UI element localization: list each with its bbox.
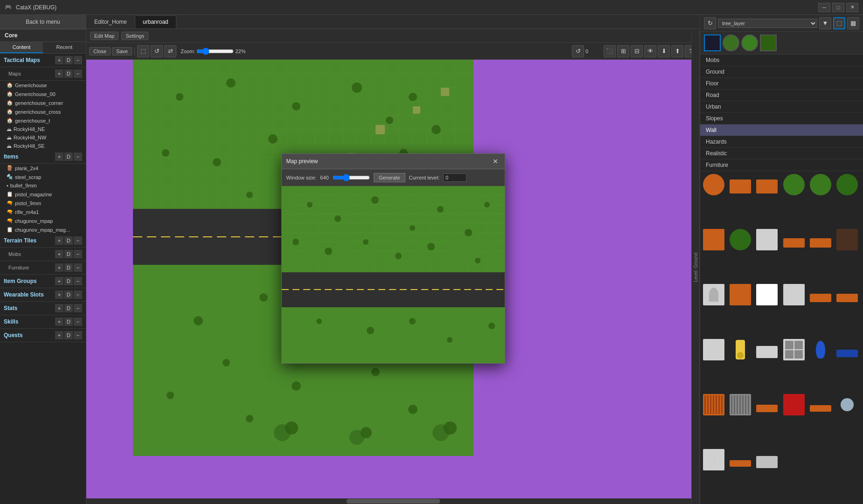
list-item[interactable]: ⛰ RockyHill_NE <box>0 125 86 133</box>
undo-btn[interactable]: ↺ <box>572 45 584 57</box>
horizontal-scrollbar[interactable] <box>347 499 440 504</box>
mobs-d-btn[interactable]: D <box>64 250 73 258</box>
settings-button[interactable]: Settings <box>121 32 148 40</box>
tile-cell[interactable] <box>809 173 832 196</box>
grid-btn[interactable]: ⊞ <box>617 45 629 57</box>
furniture-add-btn[interactable]: + <box>55 263 63 272</box>
edit-map-button[interactable]: Edit Map <box>90 32 118 40</box>
tile-cell[interactable] <box>755 228 779 251</box>
resize-btn[interactable]: ⬛ <box>604 45 616 57</box>
tile-cell[interactable] <box>702 393 725 416</box>
skills-add-btn[interactable]: + <box>55 318 63 326</box>
cat-road[interactable]: Road <box>700 90 863 101</box>
list-item[interactable]: 🏠 Generichouse_00 <box>0 90 86 98</box>
list-item[interactable]: • bullet_9mm <box>0 181 86 190</box>
skills-minus-btn[interactable]: − <box>74 318 82 326</box>
tile-cell[interactable] <box>729 173 752 196</box>
window-size-slider[interactable] <box>333 174 370 181</box>
list-item[interactable]: 🏠 generichouse_cross <box>0 107 86 116</box>
list-item[interactable]: ⛰ RockyHill_NW <box>0 133 86 142</box>
maps-add-btn[interactable]: + <box>55 69 63 78</box>
wearable-minus-btn[interactable]: − <box>74 290 82 299</box>
items-minus-btn[interactable]: − <box>74 152 82 161</box>
terrain-minus-btn[interactable]: − <box>74 236 82 245</box>
cat-wall[interactable]: Wall <box>700 124 863 136</box>
tile-cell[interactable] <box>782 283 806 306</box>
tile-cell[interactable] <box>702 173 725 196</box>
tile-cell[interactable] <box>755 173 779 196</box>
tile-green2[interactable] <box>741 35 758 51</box>
list-item[interactable]: 🔫 pistol_9mm <box>0 199 86 207</box>
tile-cell[interactable] <box>729 338 752 361</box>
list-item[interactable]: 📋 chugunov_mpap_mag... <box>0 225 86 234</box>
tab-recent[interactable]: Recent <box>43 42 86 53</box>
tile-green3[interactable] <box>760 35 777 51</box>
cat-hazards[interactable]: Hazards <box>700 136 863 148</box>
tile-paint-btn[interactable]: ▩ <box>847 17 859 29</box>
tile-cell[interactable] <box>729 393 752 416</box>
cat-floor[interactable]: Floor <box>700 78 863 90</box>
zoom-slider[interactable] <box>196 48 234 55</box>
maximize-button[interactable]: □ <box>832 3 844 12</box>
back-to-menu-button[interactable]: Back to menu <box>0 15 86 29</box>
grid2-btn[interactable]: ⊟ <box>631 45 643 57</box>
tile-cell[interactable] <box>809 283 832 306</box>
cat-ground[interactable]: Ground <box>700 66 863 78</box>
items-d-btn[interactable]: D <box>64 152 73 161</box>
tab-content[interactable]: Content <box>0 42 43 53</box>
tile-cell[interactable] <box>782 228 806 251</box>
terrain-add-btn[interactable]: + <box>55 236 63 245</box>
tile-cell[interactable] <box>782 338 806 361</box>
cat-slopes[interactable]: Slopes <box>700 113 863 124</box>
close-button[interactable]: ✕ <box>846 3 858 12</box>
list-item[interactable]: 🏠 Generichouse <box>0 81 86 90</box>
tile-cell[interactable] <box>835 393 859 416</box>
cat-urban[interactable]: Urban <box>700 101 863 113</box>
list-item[interactable]: 📋 pistol_magazine <box>0 190 86 199</box>
tile-cell[interactable] <box>809 393 832 416</box>
cat-realistic[interactable]: Realistic <box>700 148 863 159</box>
tile-cell[interactable]: ⬆ <box>702 448 725 471</box>
tile-green1[interactable] <box>723 35 739 51</box>
tile-cell[interactable] <box>702 338 725 361</box>
item-groups-add-btn[interactable]: + <box>55 277 63 285</box>
tile-cell[interactable] <box>729 228 752 251</box>
stats-add-btn[interactable]: + <box>55 304 63 312</box>
mobs-minus-btn[interactable]: − <box>74 250 82 258</box>
tile-cell[interactable] <box>702 228 725 251</box>
cat-mobs[interactable]: Mobs <box>700 55 863 66</box>
wearable-add-btn[interactable]: + <box>55 290 63 299</box>
close-button[interactable]: Close <box>89 47 111 55</box>
layer-select[interactable]: tree_layer <box>718 19 817 28</box>
minimize-button[interactable]: ─ <box>818 3 830 12</box>
layer-dropdown-btn[interactable]: ▼ <box>819 17 831 29</box>
tile-select-btn[interactable]: ⬚ <box>833 17 845 29</box>
furniture-d-btn[interactable]: D <box>64 263 73 272</box>
quests-minus-btn[interactable]: − <box>74 331 82 339</box>
list-item[interactable]: 🪵 plank_2x4 <box>0 164 86 173</box>
tile-cell[interactable] <box>729 448 752 471</box>
items-add-btn[interactable]: + <box>55 152 63 161</box>
item-groups-minus-btn[interactable]: − <box>74 277 82 285</box>
tile-cell[interactable] <box>729 283 752 306</box>
tile-cell[interactable] <box>809 338 832 361</box>
tab-urbanroad[interactable]: urbanroad <box>135 15 176 28</box>
maps-d-btn[interactable]: D <box>64 69 73 78</box>
view-btn[interactable]: 👁 <box>644 45 656 57</box>
tile-cell[interactable] <box>755 338 779 361</box>
tile-cell[interactable] <box>755 393 779 416</box>
furniture-minus-btn[interactable]: − <box>74 263 82 272</box>
rotate-btn[interactable]: ↺ <box>151 45 163 57</box>
tile-cell[interactable] <box>702 283 725 306</box>
tab-editor-home[interactable]: Editor_Home <box>86 15 135 28</box>
list-item[interactable]: 🔫 rifle_m4a1 <box>0 207 86 216</box>
tile-cell[interactable] <box>782 393 806 416</box>
tile-cell[interactable] <box>782 173 806 196</box>
maps-minus-btn[interactable]: − <box>74 69 82 78</box>
tile-cell[interactable] <box>835 228 859 251</box>
tactical-maps-add-btn[interactable]: + <box>55 56 63 64</box>
skills-d-btn[interactable]: D <box>64 318 73 326</box>
tactical-maps-minus-btn[interactable]: − <box>74 56 82 64</box>
list-item[interactable]: 🔩 steel_scrap <box>0 173 86 181</box>
list-item[interactable]: ⛰ RockyHill_SE <box>0 142 86 150</box>
